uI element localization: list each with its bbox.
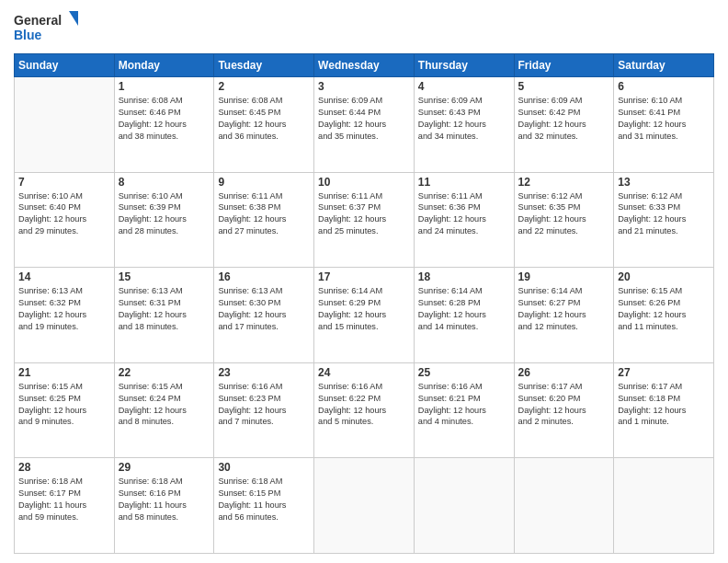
week-row-3: 14Sunrise: 6:13 AM Sunset: 6:32 PM Dayli… [15, 268, 714, 363]
page: GeneralBlue SundayMondayTuesdayWednesday… [0, 0, 728, 563]
calendar-cell: 24Sunrise: 6:16 AM Sunset: 6:22 PM Dayli… [314, 362, 415, 458]
day-number: 14 [18, 270, 110, 283]
day-info: Sunrise: 6:09 AM Sunset: 6:42 PM Dayligh… [518, 95, 610, 143]
day-info: Sunrise: 6:11 AM Sunset: 6:37 PM Dayligh… [318, 190, 410, 238]
header: GeneralBlue [14, 9, 714, 46]
calendar-cell [414, 458, 514, 554]
day-info: Sunrise: 6:18 AM Sunset: 6:15 PM Dayligh… [218, 476, 310, 523]
calendar-cell: 27Sunrise: 6:17 AM Sunset: 6:18 PM Dayli… [614, 362, 714, 458]
calendar-cell [514, 458, 614, 554]
day-number: 30 [218, 461, 310, 474]
calendar-cell: 12Sunrise: 6:12 AM Sunset: 6:35 PM Dayli… [514, 172, 614, 268]
calendar-cell: 22Sunrise: 6:15 AM Sunset: 6:24 PM Dayli… [114, 362, 214, 458]
logo: GeneralBlue [14, 9, 78, 46]
day-number: 8 [119, 176, 210, 189]
day-number: 1 [119, 80, 210, 93]
calendar-cell: 15Sunrise: 6:13 AM Sunset: 6:31 PM Dayli… [114, 268, 214, 363]
calendar-cell: 5Sunrise: 6:09 AM Sunset: 6:42 PM Daylig… [514, 77, 614, 173]
calendar-cell: 23Sunrise: 6:16 AM Sunset: 6:23 PM Dayli… [214, 362, 314, 458]
day-number: 12 [518, 176, 610, 189]
week-row-5: 28Sunrise: 6:18 AM Sunset: 6:17 PM Dayli… [15, 458, 714, 554]
day-number: 11 [418, 176, 510, 189]
svg-text:Blue: Blue [14, 28, 42, 42]
calendar-cell: 18Sunrise: 6:14 AM Sunset: 6:28 PM Dayli… [414, 268, 514, 363]
day-info: Sunrise: 6:12 AM Sunset: 6:33 PM Dayligh… [618, 190, 710, 238]
svg-marker-2 [69, 11, 78, 26]
day-number: 9 [218, 176, 310, 189]
calendar-cell: 13Sunrise: 6:12 AM Sunset: 6:33 PM Dayli… [614, 172, 714, 268]
calendar-cell: 17Sunrise: 6:14 AM Sunset: 6:29 PM Dayli… [314, 268, 415, 363]
calendar-cell [15, 77, 115, 173]
day-info: Sunrise: 6:14 AM Sunset: 6:29 PM Dayligh… [318, 285, 410, 333]
svg-text:General: General [14, 13, 62, 28]
day-number: 23 [218, 366, 310, 379]
week-row-4: 21Sunrise: 6:15 AM Sunset: 6:25 PM Dayli… [15, 362, 714, 458]
day-number: 27 [618, 366, 710, 379]
weekday-header-sunday: Sunday [15, 54, 115, 77]
day-info: Sunrise: 6:13 AM Sunset: 6:32 PM Dayligh… [18, 285, 110, 333]
calendar-cell: 3Sunrise: 6:09 AM Sunset: 6:44 PM Daylig… [314, 77, 415, 173]
calendar-cell: 25Sunrise: 6:16 AM Sunset: 6:21 PM Dayli… [414, 362, 514, 458]
weekday-header-monday: Monday [114, 54, 214, 77]
day-info: Sunrise: 6:18 AM Sunset: 6:16 PM Dayligh… [119, 476, 210, 523]
day-number: 3 [318, 80, 410, 93]
weekday-header-saturday: Saturday [614, 54, 714, 77]
calendar-cell: 4Sunrise: 6:09 AM Sunset: 6:43 PM Daylig… [414, 77, 514, 173]
calendar-cell: 30Sunrise: 6:18 AM Sunset: 6:15 PM Dayli… [214, 458, 314, 554]
calendar-cell: 19Sunrise: 6:14 AM Sunset: 6:27 PM Dayli… [514, 268, 614, 363]
calendar-cell: 7Sunrise: 6:10 AM Sunset: 6:40 PM Daylig… [15, 172, 115, 268]
day-number: 16 [218, 270, 310, 283]
day-number: 13 [618, 176, 710, 189]
day-number: 6 [618, 80, 710, 93]
day-number: 18 [418, 270, 510, 283]
calendar-cell: 8Sunrise: 6:10 AM Sunset: 6:39 PM Daylig… [114, 172, 214, 268]
day-info: Sunrise: 6:10 AM Sunset: 6:41 PM Dayligh… [618, 95, 710, 143]
week-row-1: 1Sunrise: 6:08 AM Sunset: 6:46 PM Daylig… [15, 77, 714, 173]
day-number: 19 [518, 270, 610, 283]
day-info: Sunrise: 6:10 AM Sunset: 6:40 PM Dayligh… [18, 190, 110, 238]
calendar-cell: 26Sunrise: 6:17 AM Sunset: 6:20 PM Dayli… [514, 362, 614, 458]
day-info: Sunrise: 6:18 AM Sunset: 6:17 PM Dayligh… [18, 476, 110, 523]
calendar-cell: 20Sunrise: 6:15 AM Sunset: 6:26 PM Dayli… [614, 268, 714, 363]
day-info: Sunrise: 6:16 AM Sunset: 6:21 PM Dayligh… [418, 381, 510, 429]
day-info: Sunrise: 6:16 AM Sunset: 6:23 PM Dayligh… [218, 381, 310, 429]
weekday-header-row: SundayMondayTuesdayWednesdayThursdayFrid… [15, 54, 714, 77]
day-info: Sunrise: 6:10 AM Sunset: 6:39 PM Dayligh… [119, 190, 210, 238]
logo-icon: GeneralBlue [14, 9, 78, 46]
day-info: Sunrise: 6:11 AM Sunset: 6:36 PM Dayligh… [418, 190, 510, 238]
day-info: Sunrise: 6:14 AM Sunset: 6:28 PM Dayligh… [418, 285, 510, 333]
day-number: 24 [318, 366, 410, 379]
day-info: Sunrise: 6:09 AM Sunset: 6:44 PM Dayligh… [318, 95, 410, 143]
calendar-cell: 14Sunrise: 6:13 AM Sunset: 6:32 PM Dayli… [15, 268, 115, 363]
calendar-cell: 10Sunrise: 6:11 AM Sunset: 6:37 PM Dayli… [314, 172, 415, 268]
day-number: 4 [418, 80, 510, 93]
day-number: 10 [318, 176, 410, 189]
calendar-cell: 16Sunrise: 6:13 AM Sunset: 6:30 PM Dayli… [214, 268, 314, 363]
calendar-cell: 11Sunrise: 6:11 AM Sunset: 6:36 PM Dayli… [414, 172, 514, 268]
calendar-cell: 29Sunrise: 6:18 AM Sunset: 6:16 PM Dayli… [114, 458, 214, 554]
day-number: 28 [18, 461, 110, 474]
day-info: Sunrise: 6:15 AM Sunset: 6:26 PM Dayligh… [618, 285, 710, 333]
day-number: 20 [618, 270, 710, 283]
day-info: Sunrise: 6:13 AM Sunset: 6:30 PM Dayligh… [218, 285, 310, 333]
day-info: Sunrise: 6:17 AM Sunset: 6:20 PM Dayligh… [518, 381, 610, 429]
day-info: Sunrise: 6:17 AM Sunset: 6:18 PM Dayligh… [618, 381, 710, 429]
day-number: 2 [218, 80, 310, 93]
day-number: 17 [318, 270, 410, 283]
day-info: Sunrise: 6:08 AM Sunset: 6:45 PM Dayligh… [218, 95, 310, 143]
day-number: 22 [119, 366, 210, 379]
calendar-cell [614, 458, 714, 554]
day-number: 26 [518, 366, 610, 379]
weekday-header-thursday: Thursday [414, 54, 514, 77]
calendar-cell: 1Sunrise: 6:08 AM Sunset: 6:46 PM Daylig… [114, 77, 214, 173]
day-number: 29 [119, 461, 210, 474]
weekday-header-friday: Friday [514, 54, 614, 77]
calendar-cell: 2Sunrise: 6:08 AM Sunset: 6:45 PM Daylig… [214, 77, 314, 173]
day-number: 5 [518, 80, 610, 93]
day-number: 25 [418, 366, 510, 379]
week-row-2: 7Sunrise: 6:10 AM Sunset: 6:40 PM Daylig… [15, 172, 714, 268]
day-info: Sunrise: 6:12 AM Sunset: 6:35 PM Dayligh… [518, 190, 610, 238]
day-info: Sunrise: 6:15 AM Sunset: 6:24 PM Dayligh… [119, 381, 210, 429]
day-info: Sunrise: 6:09 AM Sunset: 6:43 PM Dayligh… [418, 95, 510, 143]
day-number: 15 [119, 270, 210, 283]
